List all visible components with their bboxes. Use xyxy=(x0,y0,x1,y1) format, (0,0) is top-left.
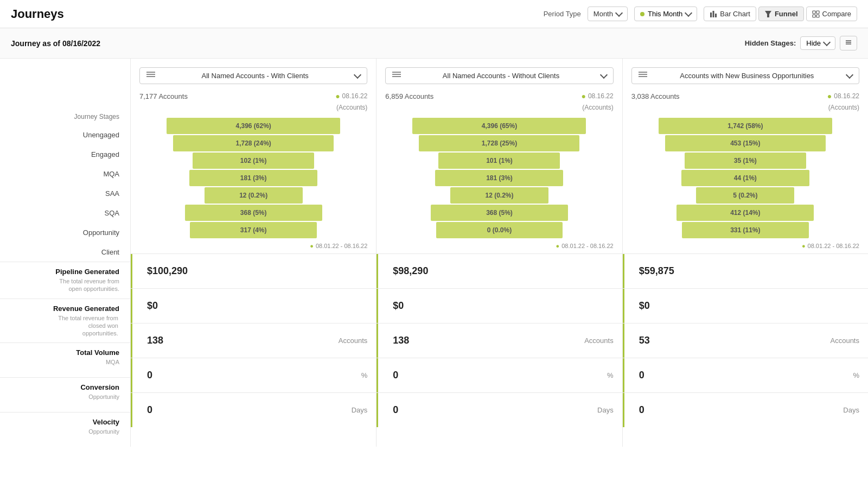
metric-bar-indicator xyxy=(131,254,132,288)
stages-column: Journey Stages UnengagedEngagedMQASAASQA… xyxy=(0,59,130,447)
metric-value-cell: $0 xyxy=(623,288,868,323)
metric-unit: Days xyxy=(352,406,368,414)
metric-val-wrap: $100,290 xyxy=(139,265,367,277)
col-date: ● 08.16.22 xyxy=(827,92,859,100)
col-header: All Named Accounts - With Clients xyxy=(131,67,376,88)
metric-value: 0 xyxy=(385,370,607,381)
metric-bar-indicator xyxy=(131,323,132,358)
funnel-bar: 12 (0.2%) xyxy=(450,187,548,204)
funnel-bar: 101 (1%) xyxy=(438,153,560,169)
svg-rect-4 xyxy=(813,11,815,14)
list-icon xyxy=(392,72,401,80)
metric-value: 138 xyxy=(385,335,584,346)
chevron-down-icon xyxy=(846,71,853,78)
funnel-label: Funnel xyxy=(775,10,798,18)
funnel-bar: 412 (14%) xyxy=(676,205,814,221)
metric-label-row: VelocityOpportunity xyxy=(0,412,130,447)
stage-label: Engaged xyxy=(91,150,119,158)
compare-button[interactable]: Compare xyxy=(806,7,857,21)
funnel-bar: 453 (15%) xyxy=(665,135,826,151)
metric-sub: Opportunity xyxy=(80,393,119,401)
metric-val-wrap: 0 % xyxy=(631,370,859,381)
hidden-stages-value: Hide xyxy=(806,39,821,47)
metric-value: 53 xyxy=(631,335,831,346)
metric-bar-indicator xyxy=(131,358,132,392)
bar-chart-icon xyxy=(710,10,717,18)
funnel-bar: 44 (1%) xyxy=(681,170,809,186)
col-dropdown-text: All Named Accounts - Without Clients xyxy=(404,72,597,80)
metric-name: Pipeline Generated xyxy=(54,268,119,276)
funnel-button[interactable]: Funnel xyxy=(758,7,804,21)
this-month-button[interactable]: This Month xyxy=(634,7,697,21)
period-type-label: Period Type xyxy=(544,10,581,18)
metric-unit: Accounts xyxy=(584,337,613,345)
period-type-dropdown[interactable]: Month xyxy=(588,7,628,21)
metric-value: $0 xyxy=(139,300,367,312)
hidden-stages-control: Hidden Stages: Hide xyxy=(745,36,857,50)
metric-val-wrap: 0 % xyxy=(139,370,367,381)
metric-bar-indicator xyxy=(376,254,378,288)
metric-value: $59,875 xyxy=(631,265,859,277)
metric-bar-indicator xyxy=(131,289,132,323)
period-value: Month xyxy=(593,10,613,18)
bar-chart-button[interactable]: Bar Chart xyxy=(704,7,756,21)
chevron-down-icon xyxy=(685,9,692,16)
col-meta: 7,177 Accounts ● 08.16.22 xyxy=(131,88,376,104)
metric-bar-indicator xyxy=(623,358,624,392)
col-accounts-label: (Accounts) xyxy=(623,104,868,113)
funnel-bar: 1,728 (24%) xyxy=(173,135,334,151)
metric-name: Conversion xyxy=(80,383,119,391)
metric-bar-indicator xyxy=(623,393,624,427)
col-dropdown[interactable]: Accounts with New Business Opportunities xyxy=(631,67,859,84)
date-range-text: 08.01.22 - 08.16.22 xyxy=(316,243,367,249)
funnel-bar: 181 (3%) xyxy=(435,170,563,186)
funnel-bar: 35 (1%) xyxy=(685,153,806,169)
metric-bar-indicator xyxy=(376,323,378,358)
metric-val-wrap: 53 Accounts xyxy=(631,335,859,346)
svg-rect-1 xyxy=(713,11,714,17)
funnel-bar: 368 (5%) xyxy=(185,205,322,221)
settings-button[interactable] xyxy=(840,36,857,50)
col-header: Accounts with New Business Opportunities xyxy=(623,67,868,88)
col-accounts: 3,038 Accounts xyxy=(631,92,680,100)
funnel-bar: 12 (0.2%) xyxy=(205,187,303,204)
metric-value-cell: 0 % xyxy=(376,358,622,392)
metric-unit: % xyxy=(853,371,859,379)
main-content: Journey Stages UnengagedEngagedMQASAASQA… xyxy=(0,59,868,447)
metric-bar-indicator xyxy=(623,289,624,323)
col-dropdown[interactable]: All Named Accounts - Without Clients xyxy=(385,67,613,84)
svg-rect-7 xyxy=(816,15,819,17)
metric-value: 0 xyxy=(139,370,361,381)
stage-label: MQA xyxy=(103,170,119,178)
metric-val-wrap: 138 Accounts xyxy=(385,335,613,346)
header: Journeys Period Type Month This Month Ba… xyxy=(0,0,868,28)
page-title: Journeys xyxy=(11,7,64,21)
funnel-bar: 181 (3%) xyxy=(189,170,317,186)
chevron-down-icon xyxy=(600,71,608,78)
col-dropdown-text: Accounts with New Business Opportunities xyxy=(650,72,844,80)
col-accounts: 6,859 Accounts xyxy=(385,92,433,100)
stage-label: Unengaged xyxy=(83,131,119,139)
metric-val-wrap: 138 Accounts xyxy=(139,335,367,346)
data-column-2: All Named Accounts - Without Clients 6,8… xyxy=(376,59,622,447)
metric-desc: The total revenue from closed won opport… xyxy=(53,314,118,338)
col-dropdown[interactable]: All Named Accounts - With Clients xyxy=(139,67,367,84)
svg-rect-5 xyxy=(816,11,819,14)
metric-value: 138 xyxy=(139,335,339,346)
hidden-stages-dropdown[interactable]: Hide xyxy=(800,36,835,50)
funnel-visual: 1,742 (58%)453 (15%)35 (1%)44 (1%)5 (0.2… xyxy=(623,113,868,239)
metric-val-wrap: 0 Days xyxy=(631,404,859,416)
metric-value: $0 xyxy=(385,300,613,312)
metric-unit: Days xyxy=(843,406,859,414)
date-range-text: 08.01.22 - 08.16.22 xyxy=(808,243,859,249)
stage-row: Client xyxy=(0,242,130,262)
col-meta: 3,038 Accounts ● 08.16.22 xyxy=(623,88,868,104)
metric-unit: Accounts xyxy=(339,337,367,345)
col-accounts-label: (Accounts) xyxy=(376,104,622,113)
metric-bar-indicator xyxy=(376,289,378,323)
stage-label: Opportunity xyxy=(83,229,119,237)
funnel-bar: 4,396 (62%) xyxy=(167,118,340,134)
metric-unit: % xyxy=(607,371,614,379)
funnel-bar: 368 (5%) xyxy=(431,205,568,221)
stage-label: SAA xyxy=(105,189,119,198)
